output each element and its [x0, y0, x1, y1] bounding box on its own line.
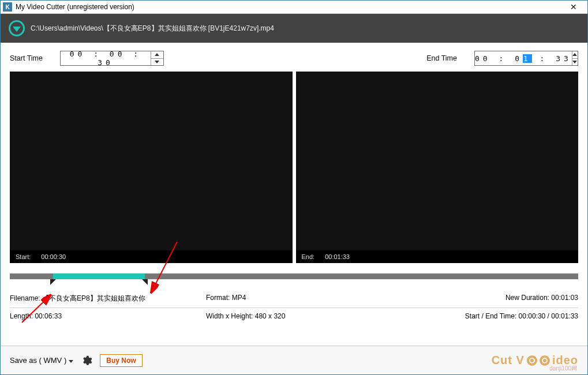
end-time-label: End Time [426, 54, 457, 62]
watermark-logo: Cut Video danji100网 [492, 354, 578, 367]
chevron-down-icon [69, 356, 73, 365]
spin-down-icon[interactable] [151, 59, 163, 66]
end-frame-caption: End: 00:01:33 [296, 250, 579, 263]
bottom-bar: Save as ( WMV ) Buy Now Cut Video danji1… [1, 346, 587, 374]
start-end-field: Start / End Time: 00:00:30 / 00:01:33 [391, 312, 578, 320]
start-frame-canvas[interactable] [10, 72, 293, 250]
start-time-value: 00 : 00 : 30 [61, 50, 151, 67]
save-as-dropdown[interactable]: Save as ( WMV ) [10, 356, 73, 365]
length-field: Length: 00:06:33 [10, 312, 206, 320]
filename-field: Filename: 【不良女高EP8】其实姐姐喜欢你 [10, 294, 206, 303]
slider-handle-end[interactable] [142, 279, 148, 285]
slider-selection [53, 273, 145, 279]
preview-row: Start: 00:00:30 End: 00:01:33 [1, 72, 587, 263]
trim-slider[interactable] [10, 273, 578, 285]
spin-up-icon[interactable] [572, 51, 578, 59]
end-time-spinner[interactable] [572, 51, 578, 65]
end-caption-label: End: [302, 253, 315, 260]
file-info: Filename: 【不良女高EP8】其实姐姐喜欢你 Format: MP4 N… [1, 285, 587, 325]
gear-icon [81, 355, 92, 366]
end-time-input[interactable]: 00 : 01 : 33 [474, 51, 578, 66]
app-icon: K [3, 2, 12, 12]
settings-button[interactable] [80, 354, 93, 367]
start-caption-label: Start: [16, 253, 31, 260]
close-button[interactable]: ✕ [562, 1, 585, 14]
divider [10, 308, 578, 308]
download-icon[interactable] [9, 20, 25, 36]
end-frame-preview: End: 00:01:33 [296, 72, 579, 263]
end-frame-canvas[interactable] [296, 72, 579, 250]
start-caption-time: 00:00:30 [41, 253, 66, 260]
start-time-input[interactable]: 00 : 00 : 30 [60, 51, 164, 66]
format-field: Format: MP4 [206, 294, 391, 303]
spin-down-icon[interactable] [572, 59, 578, 66]
time-row: Start Time 00 : 00 : 30 End Time 00 : 01… [1, 43, 587, 72]
save-as-label: Save as ( WMV ) [10, 356, 66, 365]
window-title: My Video Cutter (unregistered version) [16, 3, 134, 11]
start-time-spinner[interactable] [151, 51, 163, 65]
resolution-field: Width x Height: 480 x 320 [206, 312, 391, 320]
file-path-bar: C:\Users\admin\Videos\【不良女高EP8】其实姐姐喜欢你 [… [1, 14, 587, 43]
start-frame-preview: Start: 00:00:30 [10, 72, 293, 263]
spin-up-icon[interactable] [151, 51, 163, 59]
slider-handle-start[interactable] [50, 279, 56, 285]
start-frame-caption: Start: 00:00:30 [10, 250, 293, 263]
start-time-label: Start Time [10, 54, 43, 62]
app-window: K My Video Cutter (unregistered version)… [0, 0, 588, 375]
end-time-value: 00 : 01 : 33 [475, 54, 572, 63]
slider-track[interactable] [10, 273, 578, 279]
file-path: C:\Users\admin\Videos\【不良女高EP8】其实姐姐喜欢你 [… [31, 24, 274, 33]
title-bar: K My Video Cutter (unregistered version)… [1, 1, 587, 14]
new-duration-field: New Duration: 00:01:03 [391, 294, 578, 303]
buy-now-button[interactable]: Buy Now [100, 354, 142, 367]
end-caption-time: 00:01:33 [325, 253, 350, 260]
